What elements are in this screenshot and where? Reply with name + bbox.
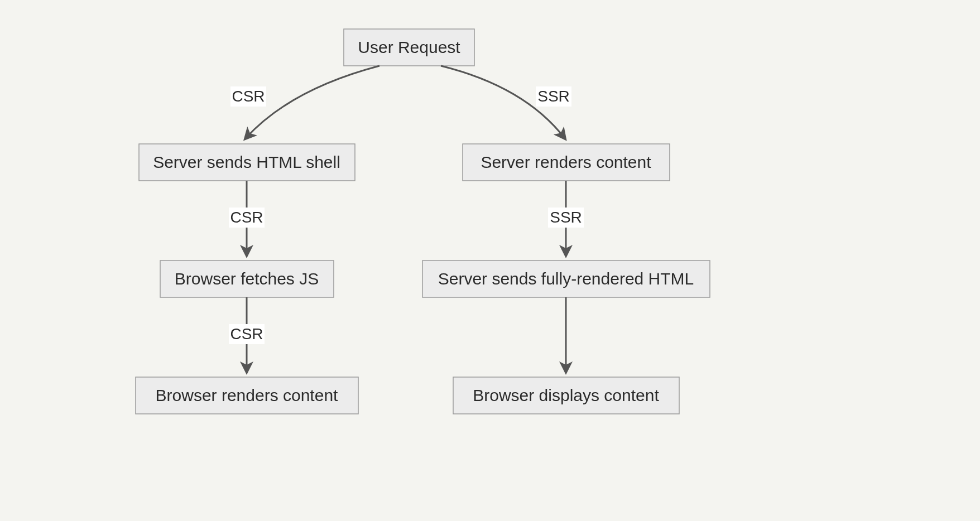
node-ssr-send-html-label: Server sends fully-rendered HTML bbox=[438, 269, 694, 288]
edge-label-csr-3: CSR bbox=[230, 325, 263, 342]
edge-csr-fetch-to-render: CSR bbox=[229, 297, 265, 372]
edge-label-csr-1: CSR bbox=[232, 88, 265, 105]
edge-user-to-csr-shell: CSR bbox=[230, 66, 379, 138]
edge-label-ssr-2: SSR bbox=[550, 209, 582, 226]
flowchart-diagram: User Request CSR SSR Server sends HTML s… bbox=[0, 0, 980, 521]
edge-user-to-ssr-render: SSR bbox=[441, 66, 571, 138]
node-ssr-display-label: Browser displays content bbox=[473, 386, 659, 404]
edge-label-ssr-1: SSR bbox=[537, 88, 570, 105]
node-ssr-render-label: Server renders content bbox=[481, 153, 651, 171]
node-csr-render-label: Browser renders content bbox=[156, 386, 338, 404]
edge-ssr-render-to-send: SSR bbox=[548, 181, 584, 255]
node-csr-fetch-js: Browser fetches JS bbox=[160, 260, 334, 297]
node-user-request: User Request bbox=[344, 29, 474, 66]
node-user-request-label: User Request bbox=[358, 38, 460, 56]
node-ssr-display: Browser displays content bbox=[453, 377, 679, 414]
node-csr-shell-label: Server sends HTML shell bbox=[153, 153, 340, 171]
node-csr-render: Browser renders content bbox=[136, 377, 358, 414]
node-csr-fetch-js-label: Browser fetches JS bbox=[175, 269, 319, 288]
node-ssr-send-html: Server sends fully-rendered HTML bbox=[422, 260, 710, 297]
edge-csr-shell-to-fetch: CSR bbox=[229, 181, 265, 255]
node-csr-shell: Server sends HTML shell bbox=[139, 144, 355, 181]
edge-label-csr-2: CSR bbox=[230, 209, 263, 226]
node-ssr-render: Server renders content bbox=[463, 144, 670, 181]
